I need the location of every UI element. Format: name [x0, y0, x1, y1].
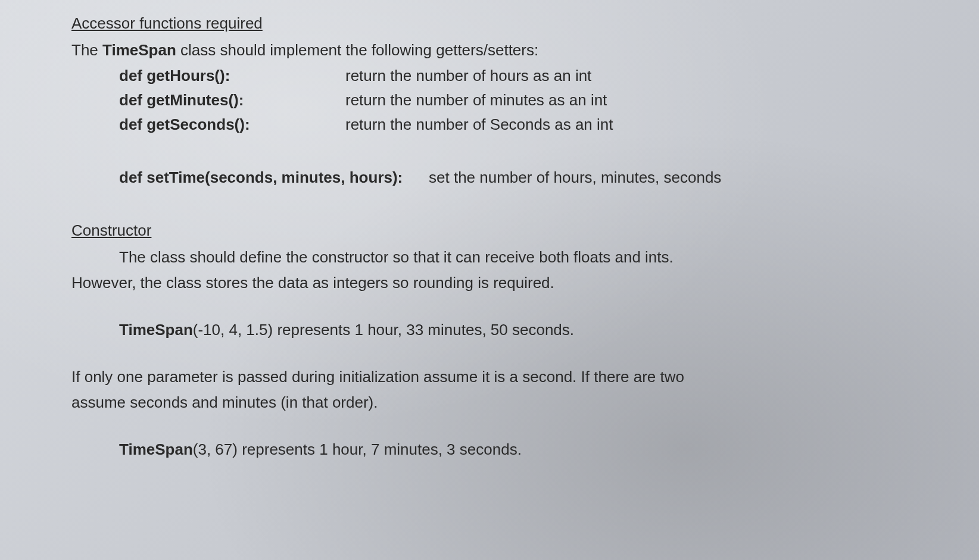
method-description: return the number of minutes as an int	[345, 89, 931, 112]
accessors-intro: The TimeSpan class should implement the …	[71, 39, 931, 62]
method-row: def getHours(): return the number of hou…	[71, 64, 931, 87]
example-1: TimeSpan(-10, 4, 1.5) represents 1 hour,…	[71, 318, 931, 342]
setter-description: set the number of hours, minutes, second…	[429, 166, 931, 189]
example-args: (-10, 4, 1.5) represents 1 hour, 33 minu…	[193, 321, 574, 339]
method-row: def getMinutes(): return the number of m…	[71, 89, 931, 112]
example-2: TimeSpan(3, 67) represents 1 hour, 7 min…	[71, 438, 931, 461]
document-content: Accessor functions required The TimeSpan…	[71, 12, 931, 461]
method-signature: def getHours():	[119, 64, 345, 87]
method-description: return the number of Seconds as an int	[345, 113, 931, 136]
intro-prefix: The	[71, 41, 102, 59]
constructor-para-line: The class should define the constructor …	[71, 246, 931, 269]
intro-class-name: TimeSpan	[102, 41, 176, 59]
intro-suffix: class should implement the following get…	[176, 41, 538, 59]
setter-signature: def setTime(seconds, minutes, hours):	[119, 166, 429, 189]
constructor-para2-line: If only one parameter is passed during i…	[71, 365, 931, 389]
example-class-name: TimeSpan	[119, 321, 193, 339]
constructor-para2-line: assume seconds and minutes (in that orde…	[71, 391, 931, 414]
method-signature: def getSeconds():	[119, 113, 345, 136]
constructor-heading: Constructor	[71, 219, 931, 242]
method-row: def getSeconds(): return the number of S…	[71, 113, 931, 136]
example-args: (3, 67) represents 1 hour, 7 minutes, 3 …	[193, 440, 522, 458]
example-class-name: TimeSpan	[119, 440, 193, 458]
method-signature: def getMinutes():	[119, 89, 345, 112]
setter-row: def setTime(seconds, minutes, hours): se…	[71, 166, 931, 189]
accessors-heading: Accessor functions required	[71, 12, 931, 35]
method-description: return the number of hours as an int	[345, 64, 931, 87]
constructor-para-line: However, the class stores the data as in…	[71, 271, 931, 295]
